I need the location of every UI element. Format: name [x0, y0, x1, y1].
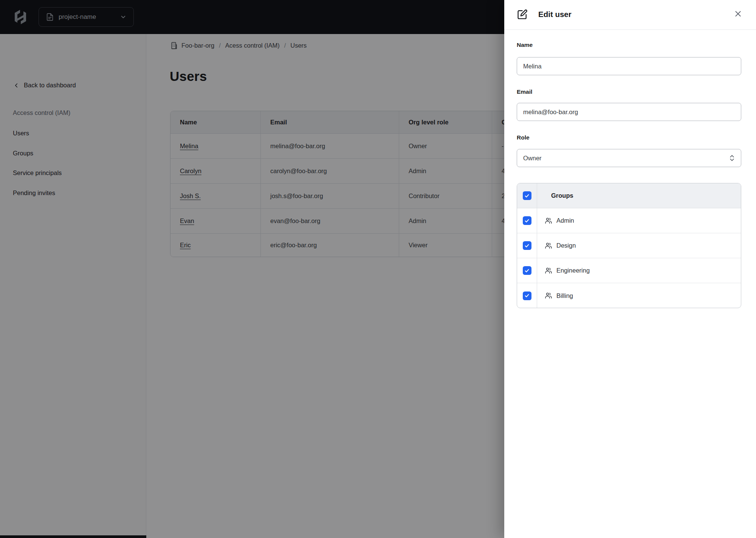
- groups-panel-header-row: Groups: [517, 183, 741, 208]
- check-icon: [524, 218, 530, 223]
- select-all-groups-checkbox[interactable]: [523, 191, 531, 200]
- groups-panel-header-label: Groups: [537, 183, 741, 208]
- group-label: Billing: [556, 292, 573, 299]
- role-field-label: Role: [517, 134, 530, 141]
- check-icon: [524, 293, 530, 298]
- check-icon: [524, 193, 530, 198]
- drawer-header: Edit user: [504, 0, 756, 30]
- users-group-icon: [545, 267, 552, 274]
- role-select[interactable]: Owner: [517, 149, 741, 167]
- group-row-admin: Admin: [517, 208, 741, 233]
- app-root: project-name Back to dashboard Access co…: [0, 0, 756, 538]
- check-icon: [524, 243, 530, 248]
- drawer-backdrop[interactable]: [0, 0, 504, 538]
- close-drawer-button[interactable]: [732, 8, 744, 20]
- select-stepper-icon: [729, 155, 735, 162]
- users-group-icon: [545, 242, 552, 250]
- name-field-label: Name: [517, 42, 533, 48]
- edit-user-drawer: Edit user Name Email Role Owner: [504, 0, 756, 538]
- check-icon: [524, 268, 530, 273]
- email-field-label: Email: [517, 88, 532, 95]
- groups-panel: Groups Admin: [517, 183, 741, 308]
- role-select-value: Owner: [523, 155, 542, 162]
- name-field[interactable]: [517, 57, 741, 75]
- email-field[interactable]: [517, 103, 741, 121]
- group-row-design: Design: [517, 233, 741, 258]
- group-row-engineering: Engineering: [517, 258, 741, 283]
- group-checkbox-admin[interactable]: [523, 216, 531, 225]
- group-label: Engineering: [556, 267, 590, 274]
- group-label: Admin: [556, 217, 574, 224]
- group-checkbox-billing[interactable]: [523, 291, 531, 300]
- group-label: Design: [556, 242, 576, 249]
- users-group-icon: [545, 292, 552, 299]
- group-row-billing: Billing: [517, 283, 741, 308]
- group-checkbox-engineering[interactable]: [523, 266, 531, 275]
- close-icon: [734, 10, 742, 18]
- users-group-icon: [545, 217, 552, 225]
- edit-pencil-icon: [517, 9, 528, 20]
- drawer-title: Edit user: [538, 10, 572, 19]
- group-checkbox-design[interactable]: [523, 241, 531, 250]
